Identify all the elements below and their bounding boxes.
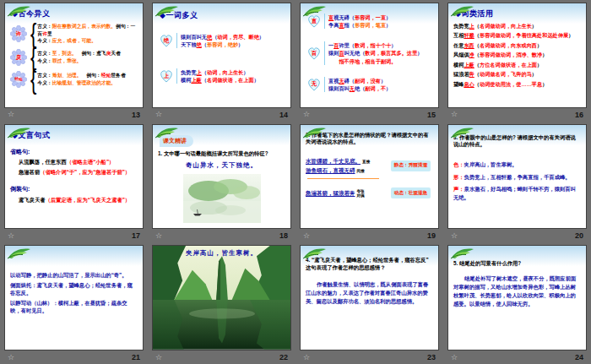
method-tag: 对偶 xyxy=(357,193,365,198)
text-run: 动词做名词，飞奔的马 xyxy=(480,71,532,77)
text-run: ） xyxy=(537,62,542,68)
text-run: 形容词，一直 xyxy=(355,14,386,20)
slide-meta: ☆24 xyxy=(447,350,587,364)
slide-number: 16 xyxy=(575,111,583,119)
text-paragraph: 从流飘荡，任意东西（省略主语“小船”） xyxy=(19,158,138,166)
text-run: 动词，穷尽、断绝 xyxy=(217,34,259,40)
annotation-line: 直视无碍（形容词，一直） xyxy=(328,14,433,21)
heart-icon: 百 xyxy=(306,45,323,62)
slide-thumbnail-17[interactable]: ◆文言句式省略句:从流飘荡，任意东西（省略主语“小船”）急湍甚箭（省略介词“于”… xyxy=(4,124,144,230)
text-run: 结尾处补写了树木遮空，昼夜不分，既照应前面对寒树的描写，又给山水增加奇异色彩，写… xyxy=(453,275,576,307)
text-paragraph: 形：负势竞上，互相轩邈，争高直指，千百成峰。 xyxy=(453,173,581,181)
slide-number: 13 xyxy=(132,111,140,119)
leaf-decoration-graphic xyxy=(450,247,475,260)
slide-thumbnail-22[interactable]: 夹岸高山，皆生寒树。 xyxy=(152,245,291,350)
slide-thumbnail-13[interactable]: ◆古今异义许{古义：附在整数词之后，表示约数。例句：一百许里今义：应允，或者，可… xyxy=(4,3,144,108)
text-run: 东西 xyxy=(464,42,474,48)
animation-indicator-icon: ☆ xyxy=(8,111,14,118)
text-run: 水皆缥碧，千丈见底。 xyxy=(306,158,361,164)
text-run: 泉水激石，好鸟相鸣；蝉则千转不穷，猿则百叫无绝。 xyxy=(453,186,576,199)
icon-character: 戾 xyxy=(14,55,24,61)
annotation-line: 古义：筹划、治理。 例句：经纶世务者 xyxy=(37,72,138,79)
text-run: ） xyxy=(542,81,547,87)
slide-thumbnail-20[interactable]: 3. 作者眼中的山是怎样的? 请根据文中的有关词语说说山的特点。色：夹岸高山，皆… xyxy=(447,124,587,230)
slide-cell: 夹岸高山，皆生寒树。☆22 xyxy=(148,242,296,364)
word-entry: 百一百许里（数词，指十个十）猿则百叫无绝（数词，极言其多。这里） 指不停地，相当… xyxy=(306,41,433,65)
text-run: 倒装句: xyxy=(10,186,30,192)
entry-lines: 古义：附在整数词之后，表示约数。例句：一百许里今义：应允，或者，可能。 xyxy=(37,23,138,45)
group-rows: 急湍甚箭，猛浪若奔夸张对偶 xyxy=(306,188,365,198)
heart-icon: 绝 xyxy=(158,32,175,49)
leaf-icon xyxy=(450,247,475,263)
text-run: 上蔽 xyxy=(464,62,474,68)
text-run: 形： xyxy=(453,174,464,180)
text-run: 古义： xyxy=(37,73,52,78)
word-entry: 上负势竞上（动词，向上生长）横柯上蔽（名词做状语，在上面） xyxy=(158,68,285,84)
text-run: 负势竞 xyxy=(181,69,197,75)
slide-number: 14 xyxy=(279,111,288,119)
text-paragraph: 作者触景生情、以情明志，既从侧面表现了富春江山水的魅力，又表达了作者对富春江奇山… xyxy=(306,280,433,306)
leaf-icon xyxy=(7,126,32,143)
animation-indicator-icon: ☆ xyxy=(155,232,162,240)
text-paragraph: 色：夹岸高山，皆生寒树。 xyxy=(453,160,581,168)
heart-icon: 上 xyxy=(158,68,175,84)
text-run: 形容词做动词，消净、散净 xyxy=(480,52,542,57)
flower-icon: 戾 xyxy=(10,49,27,66)
slide-thumbnail-21[interactable]: 以动写静，把静止的山写活了，显示出山的“奇”。侧面烘托：鸢飞戾天者，望峰息心；经… xyxy=(4,245,144,350)
text-run: 附在整数词之后，表示约数。 xyxy=(52,24,116,29)
slide-number: 24 xyxy=(575,353,583,361)
text-paragraph: 声：泉水激石，好鸟相鸣；蝉则千转不穷，猿则百叫无绝。 xyxy=(453,185,581,201)
leaf-decoration-graphic xyxy=(450,4,475,18)
spacer xyxy=(306,68,433,73)
word-entry: 许{古义：附在整数词之后，表示约数。例句：一百许里今义：应允，或者，可能。 xyxy=(10,23,138,45)
text-paragraph: 望峰息心（动词使动用法，使……平息） xyxy=(453,81,581,88)
text-run: 碍（ xyxy=(344,78,355,84)
slide-meta: ☆20 xyxy=(447,229,587,242)
text-run: 比喻规划、管理政治的才能。 xyxy=(52,80,116,85)
text-run: 指（ xyxy=(344,22,355,28)
method-tag: 间接 xyxy=(357,169,365,173)
leaf-icon xyxy=(450,4,475,21)
text-paragraph: 结尾处补写了树木遮空，昼夜不分，既照应前面对寒树的描写，又给山水增加奇异色彩，写… xyxy=(453,274,581,308)
text-run: 轩邈 xyxy=(464,32,474,38)
text-paragraph: 鸢飞戾天者（后置定语，应为“飞戾天之鸢者”） xyxy=(19,196,138,204)
summary-badge: 动态：壮观湍急 xyxy=(391,187,431,198)
text-run: 今义： xyxy=(37,80,52,85)
slide-meta: ☆16 xyxy=(447,108,587,122)
leaf-decoration-graphic xyxy=(155,126,180,139)
slide-thumbnail-16[interactable]: ◆词类活用负势竞上（名词做动词，向上生长）互相轩邈（形容词做动词，争着往高处和远… xyxy=(447,3,587,108)
slide-thumbnail-14[interactable]: ◆一词多义绝猿则百叫无绝（动词，穷尽、断绝）天下独绝（形容词，绝妙）上负势竞上（… xyxy=(152,3,291,108)
question-text: 1. 文中哪一句话最能概括课文所写景色的特征? xyxy=(158,150,285,158)
slide-thumbnail-24[interactable]: 5. 结尾处的写景有什么作用?结尾处补写了树木遮空，昼夜不分，既照应前面对寒树的… xyxy=(447,245,587,350)
slide-cell: 以动写静，把静止的山写活了，显示出山的“奇”。侧面烘托：鸢飞戾天者，望峰息心；经… xyxy=(0,242,148,364)
text-paragraph: 以动写静，把静止的山写活了，显示出山的“奇”。 xyxy=(10,271,138,279)
text-run: 至，到达。 xyxy=(52,51,77,56)
text-run: 负势竞上，互相轩邈，争高直指，千百成峰。 xyxy=(464,174,571,180)
text-run: ） xyxy=(532,71,537,77)
text-run: ） xyxy=(417,50,422,56)
slide-cell: 4. “鸢飞戾天者，望峰息心；经纶世务者，窥谷忘反”这句表现了作者怎样的思想感情… xyxy=(296,242,443,364)
entry-lines: 古义：至，到达。 例句：鸢飞戾天者今义：罪过，乖张。 xyxy=(37,50,138,64)
spacer xyxy=(306,273,433,279)
text-run: 声： xyxy=(453,186,464,192)
leaf-icon xyxy=(7,4,32,21)
slide-number: 20 xyxy=(575,231,583,240)
entry-lines: 直视无碍（副词，没有）猿则百叫无绝（副词，不） xyxy=(324,77,433,93)
text-paragraph: 侧面烘托：鸢飞戾天者，望峰息心；经纶世务者，窥谷忘反。 xyxy=(10,281,138,297)
slide-meta: ☆19 xyxy=(300,229,439,242)
text-run: ） xyxy=(386,22,391,28)
slide-thumbnail-23[interactable]: 4. “鸢飞戾天者，望峰息心；经纶世务者，窥谷忘反”这句表现了作者怎样的思想感情… xyxy=(300,245,439,350)
slide-thumbnail-18[interactable]: 课文精讲1. 文中哪一句话最能概括课文所写景色的特征?奇山异水，天下独绝。 xyxy=(152,124,291,230)
brace-glyph: { xyxy=(30,66,36,94)
text-paragraph: 横柯上蔽（方位名词做状语，在上面） xyxy=(453,62,581,68)
text-run: 风烟俱 xyxy=(453,52,469,57)
slide-thumbnail-19[interactable]: 2. 作者笔下的水是怎样的情状的呢？请根据文中的有关词语说说水的特点。水皆缥碧，… xyxy=(300,124,439,230)
slide-thumbnail-15[interactable]: 直直视无碍（形容词，一直）争高直指（形容词，笔直）百一百许里（数词，指十个十）猿… xyxy=(300,3,439,108)
slide-cell: ◆古今异义许{古义：附在整数词之后，表示约数。例句：一百许里今义：应允，或者，可… xyxy=(0,0,148,122)
leaf-icon xyxy=(155,4,180,21)
slide-meta: ☆18 xyxy=(152,229,291,242)
icon-character: 许 xyxy=(14,31,24,37)
spacer xyxy=(306,33,433,38)
text-run: ） xyxy=(254,77,259,83)
text-run: 绝（ xyxy=(355,85,365,91)
